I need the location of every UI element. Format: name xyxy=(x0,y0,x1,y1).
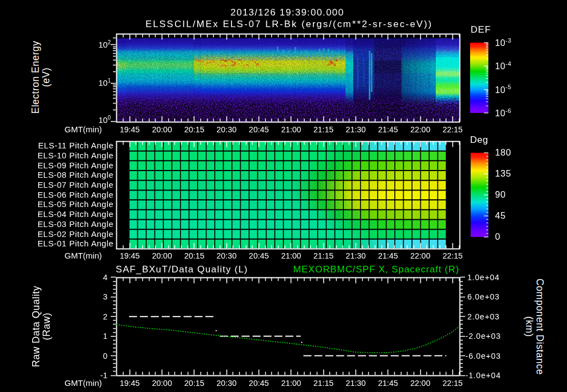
svg-text:ELS-08 Pitch Angle: ELS-08 Pitch Angle xyxy=(38,170,114,179)
svg-text:90: 90 xyxy=(495,189,506,199)
svg-text:4: 4 xyxy=(103,273,107,282)
svg-text:20:00: 20:00 xyxy=(152,251,172,260)
svg-text:20:00: 20:00 xyxy=(152,125,172,134)
svg-text:180: 180 xyxy=(495,147,511,157)
svg-text:Raw Data Quality: Raw Data Quality xyxy=(30,286,42,367)
svg-text:DEF: DEF xyxy=(471,24,491,35)
svg-text:20:00: 20:00 xyxy=(152,379,172,388)
svg-text:20:15: 20:15 xyxy=(184,379,204,388)
svg-text:GMT(min): GMT(min) xyxy=(65,125,102,134)
svg-text:Electron Energy: Electron Energy xyxy=(30,40,41,114)
svg-text:ELS-06 Pitch Angle: ELS-06 Pitch Angle xyxy=(38,190,114,199)
svg-text:-1.0e+04: -1.0e+04 xyxy=(466,371,501,380)
svg-text:19:45: 19:45 xyxy=(120,379,140,388)
svg-text:3: 3 xyxy=(103,292,107,301)
svg-text:ELS-02 Pitch Angle: ELS-02 Pitch Angle xyxy=(38,229,114,239)
svg-text:ELS-11 Pitch Angle: ELS-11 Pitch Angle xyxy=(38,141,114,150)
svg-text:19:45: 19:45 xyxy=(120,251,140,260)
svg-text:6.0e+03: 6.0e+03 xyxy=(467,292,499,301)
svg-text:GMT(min): GMT(min) xyxy=(65,251,102,260)
svg-text:GMT(min): GMT(min) xyxy=(65,378,102,388)
svg-text:ELS-07 Pitch Angle: ELS-07 Pitch Angle xyxy=(38,180,114,189)
svg-text:22:15: 22:15 xyxy=(442,379,462,388)
svg-text:135: 135 xyxy=(495,168,511,178)
svg-text:-2.0e+03: -2.0e+03 xyxy=(466,332,501,341)
svg-text:21:30: 21:30 xyxy=(346,379,365,388)
svg-text:21:45: 21:45 xyxy=(378,125,398,134)
svg-text:1.0e+04: 1.0e+04 xyxy=(467,273,499,282)
svg-text:ELS-05 Pitch Angle: ELS-05 Pitch Angle xyxy=(38,199,114,209)
svg-text:(km): (km) xyxy=(524,316,535,337)
svg-text:22:15: 22:15 xyxy=(442,251,462,260)
svg-text:20:15: 20:15 xyxy=(184,125,204,134)
svg-text:-6.0e+03: -6.0e+03 xyxy=(466,352,501,360)
svg-text:ELS-10 Pitch Angle: ELS-10 Pitch Angle xyxy=(38,151,114,160)
svg-text:22:15: 22:15 xyxy=(442,125,462,134)
svg-text:21:15: 21:15 xyxy=(313,379,333,388)
svg-text:ELSSCIL/MEx ELS-07 LR-Bk (erg: ELSSCIL/MEx ELS-07 LR-Bk (ergs/(cm**2-sr… xyxy=(146,19,433,29)
svg-text:20:45: 20:45 xyxy=(249,251,269,260)
svg-text:2: 2 xyxy=(103,312,107,321)
svg-text:21:00: 21:00 xyxy=(281,251,301,260)
svg-text:22:00: 22:00 xyxy=(410,251,430,260)
svg-text:20:30: 20:30 xyxy=(217,251,236,260)
svg-text:20:15: 20:15 xyxy=(184,251,204,260)
svg-text:21:30: 21:30 xyxy=(346,125,365,134)
svg-text:ELS-09 Pitch Angle: ELS-09 Pitch Angle xyxy=(38,161,114,170)
svg-text:(Raw): (Raw) xyxy=(41,312,52,340)
svg-text:22:00: 22:00 xyxy=(410,379,430,388)
svg-text:Deg: Deg xyxy=(470,135,488,145)
svg-text:21:00: 21:00 xyxy=(281,379,301,388)
svg-text:21:30: 21:30 xyxy=(346,251,365,260)
svg-text:1: 1 xyxy=(103,332,107,341)
svg-text:21:00: 21:00 xyxy=(281,125,301,134)
svg-text:-1: -1 xyxy=(100,371,107,380)
svg-text:Component Distance: Component Distance xyxy=(534,278,545,375)
svg-text:ELS-01 Pitch Angle: ELS-01 Pitch Angle xyxy=(38,239,114,248)
svg-text:20:30: 20:30 xyxy=(217,379,236,388)
svg-text:20:30: 20:30 xyxy=(217,125,236,134)
svg-text:ELS-04 Pitch Angle: ELS-04 Pitch Angle xyxy=(38,209,114,219)
svg-text:2013/126 19:39:00.000: 2013/126 19:39:00.000 xyxy=(230,7,344,18)
svg-text:(eV): (eV) xyxy=(40,68,51,87)
svg-text:0: 0 xyxy=(103,352,107,360)
svg-text:20:45: 20:45 xyxy=(249,379,269,388)
svg-text:21:15: 21:15 xyxy=(313,251,333,260)
svg-text:45: 45 xyxy=(495,210,506,220)
svg-text:0: 0 xyxy=(495,231,501,241)
svg-text:19:45: 19:45 xyxy=(120,125,140,134)
svg-text:MEXORBMC/SPF X, Spacecraft (R): MEXORBMC/SPF X, Spacecraft (R) xyxy=(293,264,460,275)
svg-text:21:15: 21:15 xyxy=(313,125,333,134)
svg-text:21:45: 21:45 xyxy=(378,251,398,260)
svg-text:2.0e+03: 2.0e+03 xyxy=(467,312,499,321)
svg-text:ELS-03 Pitch Angle: ELS-03 Pitch Angle xyxy=(38,219,114,229)
svg-text:SAF_BXuT/Data Quality (L): SAF_BXuT/Data Quality (L) xyxy=(116,264,248,275)
svg-text:21:45: 21:45 xyxy=(378,379,398,388)
svg-text:20:45: 20:45 xyxy=(249,125,269,134)
svg-text:22:00: 22:00 xyxy=(410,125,430,134)
